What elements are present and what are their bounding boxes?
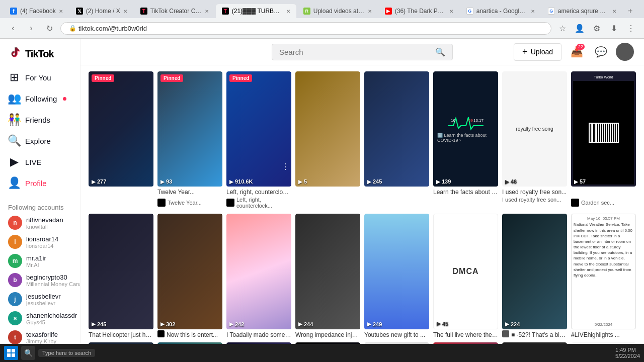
url-input[interactable]: 🔒 tiktok.com/@turb0w0rld — [60, 22, 551, 35]
svg-rect-10 — [601, 124, 602, 142]
tab-close-youtube[interactable]: ✕ — [449, 9, 453, 14]
notifications-button[interactable]: 📥 22 — [568, 43, 586, 61]
video-card-2[interactable]: Pinned ▶93 Twelve Year... — [157, 71, 222, 196]
tab-tiktok-active[interactable]: T (21)▓▓▓ TURBO▓▓ ✕ — [216, 4, 296, 18]
video-card-16[interactable]: May 16, 05:57 PM National Weather Servic… — [571, 214, 636, 338]
tab-close-active[interactable]: ✕ — [286, 9, 290, 14]
video-card-17[interactable]: ▶104 — [89, 342, 153, 344]
sidebar-item-profile[interactable]: 👤 Profile — [0, 172, 80, 194]
video-card-11[interactable]: ▶242 I Toadally made some ... — [226, 214, 291, 338]
svg-rect-18 — [617, 124, 618, 142]
account-jesusbelievr[interactable]: j jesusbelievr jesusbelievr — [0, 290, 80, 309]
svg-rect-15 — [611, 124, 612, 142]
tab-rumble[interactable]: R Upload videos at Rumble ✕ — [297, 4, 378, 18]
tab-youtube[interactable]: ▶ (36) The Dark Pyramid of ... ✕ — [379, 4, 459, 18]
svg-rect-22 — [12, 353, 15, 357]
video-card-23[interactable]: ▶280 — [502, 342, 567, 344]
video-card-15[interactable]: ▶224 ■ -52?! That's a big bi... — [502, 214, 567, 338]
windows-icon — [7, 349, 15, 357]
search-input[interactable] — [279, 48, 431, 56]
logo[interactable]: TikTok — [0, 43, 80, 67]
new-tab-button[interactable]: + — [623, 4, 637, 18]
tab-google2[interactable]: G america sqrure mileage ... ✕ — [542, 4, 622, 18]
video-card-9[interactable]: ▶245 That Helicopter just ha... — [89, 214, 153, 338]
download-button[interactable]: ⬇ — [607, 21, 621, 35]
menu-button[interactable]: ⋮ — [624, 21, 638, 35]
play-count-4: ▶5 — [298, 178, 307, 185]
account-texasforlife[interactable]: t texasforlife Jimmy Kirby — [0, 328, 80, 344]
sidebar-item-label-for-you: For You — [25, 73, 51, 82]
video-card-10[interactable]: ▶302 Now this is entert... — [157, 214, 222, 338]
upload-button[interactable]: + Upload — [514, 43, 561, 61]
account-avatar-lions: l — [8, 235, 22, 249]
search-bar[interactable]: 🔍 — [272, 44, 453, 60]
account-avatar-crypto: b — [8, 273, 22, 287]
search-taskbar[interactable]: 🔍 — [21, 346, 35, 360]
video-card-22[interactable]: ▶284 — [433, 342, 498, 344]
video-card-12[interactable]: ▶244 Wrong impedance inje... — [295, 214, 360, 338]
more-options-3[interactable]: ⋮ — [281, 162, 289, 171]
video-card-20[interactable]: ▶137 — [295, 342, 360, 344]
video-card-3[interactable]: Pinned ▶910.6K ⋮ Left, right, counterclo… — [226, 71, 291, 196]
account-shanenicholassdr[interactable]: s shanenicholassdr Guys45 — [0, 309, 80, 328]
extensions-button[interactable]: ⚙ — [590, 21, 604, 35]
video-card-5[interactable]: ▶245 — [364, 71, 429, 196]
video-grid-row2: ▶245 That Helicopter just ha... ▶302 Now… — [89, 214, 636, 338]
video-card-14[interactable]: DMCA ▶45 The full live where they... — [433, 214, 498, 338]
row1-subtitle-2: Twelve Year... — [168, 200, 202, 206]
video-card-8[interactable]: Turbo World — [571, 71, 636, 196]
play-count-3: ▶910.6K — [229, 178, 253, 185]
profile-button[interactable]: 👤 — [573, 21, 587, 35]
video-card-6[interactable]: 16 69 13:17 ℹ️ Learn the facts about COV… — [433, 71, 498, 196]
user-avatar[interactable] — [616, 43, 634, 61]
tab-x[interactable]: 𝕏 (2) Home / X ✕ — [70, 4, 133, 18]
pin-badge-2: Pinned — [160, 74, 183, 82]
svg-rect-12 — [605, 124, 606, 142]
taskbar-search-bar[interactable]: Type here to search — [38, 349, 95, 357]
forward-button[interactable]: › — [24, 21, 38, 35]
account-lionsroar14[interactable]: l lionsroar14 lionsroar14 — [0, 232, 80, 251]
back-button[interactable]: ‹ — [6, 21, 20, 35]
sidebar: TikTok ⊞ For You 👥 Following 👫 Friends 🔍… — [0, 39, 80, 344]
account-name-shane: shanenicholassdr Guys45 — [26, 312, 77, 325]
tab-facebook[interactable]: f (4) Facebook ✕ — [4, 4, 69, 18]
tiktok-logo-icon — [8, 47, 22, 61]
video-grid-row1: Pinned ▶277 Pinned ▶93 Twelve Year... Pi… — [89, 71, 636, 196]
video-card-21[interactable]: ▶80 — [364, 342, 429, 344]
video-card-18[interactable]: ▶309 — [157, 342, 222, 344]
account-begincrypto[interactable]: b begincrypto30 Millennial Money Canad..… — [0, 270, 80, 290]
tab-close-google2[interactable]: ✕ — [612, 9, 616, 14]
logo-text: TikTok — [25, 48, 54, 60]
svg-text:69: 69 — [468, 118, 473, 123]
tab-google1[interactable]: G anartica - Google Search ✕ — [460, 4, 541, 18]
app-layout: TikTok ⊞ For You 👥 Following 👫 Friends 🔍… — [0, 39, 644, 344]
account-name-lions: lionsroar14 lionsroar14 — [26, 235, 58, 249]
sidebar-item-explore[interactable]: 🔍 Explore — [0, 130, 80, 151]
bookmark-button[interactable]: ☆ — [555, 21, 570, 35]
browser-actions: ☆ 👤 ⚙ ⬇ ⋮ — [555, 21, 638, 35]
reload-button[interactable]: ↻ — [42, 21, 56, 35]
address-bar: ‹ › ↻ 🔒 tiktok.com/@turb0w0rld ☆ 👤 ⚙ ⬇ ⋮ — [0, 18, 644, 38]
account-mr-a1ir[interactable]: m mr.a1ir Mr.AI — [0, 251, 80, 270]
messages-button[interactable]: 💬 — [592, 43, 610, 61]
tab-close-rumble[interactable]: ✕ — [368, 9, 372, 14]
account-n8ivnevadan[interactable]: n n8ivnevadan knowItall — [0, 213, 80, 232]
tab-tiktok-creator[interactable]: T TikTok Creator Center ✕ — [134, 4, 215, 18]
start-button[interactable] — [4, 346, 18, 360]
play-count-11: ▶242 — [229, 321, 244, 327]
video-card-13[interactable]: ▶249 Youtubes new gift to ... — [364, 214, 429, 338]
sidebar-item-following[interactable]: 👥 Following — [0, 88, 80, 109]
sidebar-item-label-following: Following — [25, 95, 57, 103]
video-card-19[interactable]: ▶211 — [226, 342, 291, 344]
search-icon: 🔍 — [435, 47, 445, 57]
tab-close-x[interactable]: ✕ — [123, 9, 127, 14]
video-card-4[interactable]: ▶5 — [295, 71, 360, 196]
video-card-7[interactable]: royalty free song ▶46 I used royalty fre… — [502, 71, 567, 196]
sidebar-item-friends[interactable]: 👫 Friends — [0, 109, 80, 130]
sidebar-item-for-you[interactable]: ⊞ For You — [0, 67, 80, 88]
video-card-1[interactable]: Pinned ▶277 — [89, 71, 153, 196]
tab-close-facebook[interactable]: ✕ — [59, 9, 63, 14]
tab-close-creator[interactable]: ✕ — [205, 9, 209, 14]
sidebar-item-live[interactable]: ▶ LIVE — [0, 151, 80, 172]
tab-close-google1[interactable]: ✕ — [531, 9, 535, 14]
